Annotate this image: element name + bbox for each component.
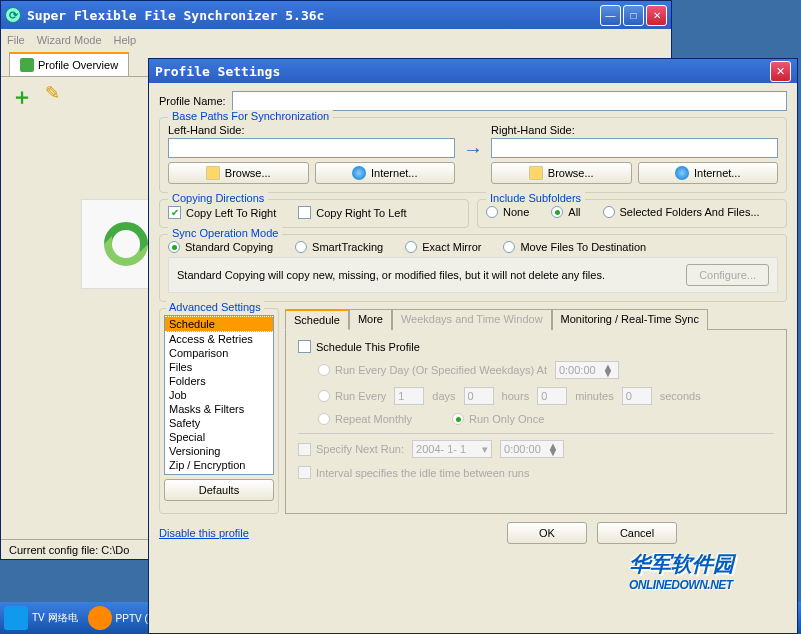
tab-label: Profile Overview bbox=[38, 59, 118, 71]
mode-standard-radio[interactable]: Standard Copying bbox=[168, 241, 273, 253]
app-icon: ⟳ bbox=[5, 7, 21, 23]
adv-item-schedule[interactable]: Schedule bbox=[165, 316, 273, 332]
adv-item-versioning[interactable]: Versioning bbox=[165, 444, 273, 458]
cancel-button[interactable]: Cancel bbox=[597, 522, 677, 544]
adv-item-zip[interactable]: Zip / Encryption bbox=[165, 458, 273, 472]
base-paths-fieldset: Base Paths For Synchronization Left-Hand… bbox=[159, 117, 787, 193]
next-run-time: 0:00:00▲▼ bbox=[500, 440, 564, 458]
menu-help[interactable]: Help bbox=[114, 34, 137, 46]
advanced-legend: Advanced Settings bbox=[166, 301, 264, 313]
right-hand-label: Right-Hand Side: bbox=[491, 124, 778, 136]
mode-move-radio[interactable]: Move Files To Destination bbox=[503, 241, 646, 253]
profile-name-label: Profile Name: bbox=[159, 95, 226, 107]
base-paths-legend: Base Paths For Synchronization bbox=[168, 110, 333, 122]
adv-item-folders[interactable]: Folders bbox=[165, 374, 273, 388]
copying-legend: Copying Directions bbox=[168, 192, 268, 204]
status-text: Current config file: C:\Do bbox=[9, 544, 129, 556]
left-browse-button[interactable]: Browse... bbox=[168, 162, 309, 184]
adv-item-comparison[interactable]: Comparison bbox=[165, 346, 273, 360]
adv-item-special[interactable]: Special bbox=[165, 430, 273, 444]
divider bbox=[298, 433, 774, 434]
include-none-radio[interactable]: None bbox=[486, 206, 529, 218]
defaults-button[interactable]: Defaults bbox=[164, 479, 274, 501]
next-run-date: 2004- 1- 1▾ bbox=[412, 440, 492, 458]
menubar: File Wizard Mode Help bbox=[1, 29, 671, 51]
adv-item-access[interactable]: Access & Retries bbox=[165, 332, 273, 346]
adv-item-info[interactable]: Information bbox=[165, 472, 273, 475]
menu-file[interactable]: File bbox=[7, 34, 25, 46]
globe-icon bbox=[352, 166, 366, 180]
include-subfolders-fieldset: Include Subfolders None All Selected Fol… bbox=[477, 199, 787, 228]
interval-idle-checkbox: Interval specifies the idle time between… bbox=[298, 466, 529, 479]
dialog-close-button[interactable]: ✕ bbox=[770, 61, 791, 82]
left-hand-input[interactable] bbox=[168, 138, 455, 158]
globe-icon bbox=[675, 166, 689, 180]
configure-button: Configure... bbox=[686, 264, 769, 286]
right-hand-input[interactable] bbox=[491, 138, 778, 158]
copying-directions-fieldset: Copying Directions ✔Copy Left To Right C… bbox=[159, 199, 469, 228]
advanced-tabbar: Schedule More Weekdays and Time Window M… bbox=[285, 308, 787, 330]
hours-input bbox=[464, 387, 494, 405]
advanced-list[interactable]: Schedule Access & Retries Comparison Fil… bbox=[164, 315, 274, 475]
include-selected-radio[interactable]: Selected Folders And Files... bbox=[603, 206, 760, 218]
schedule-enable-checkbox[interactable]: Schedule This Profile bbox=[298, 340, 420, 353]
close-button[interactable]: ✕ bbox=[646, 5, 667, 26]
run-once-radio: Run Only Once bbox=[452, 413, 544, 425]
sync-mode-fieldset: Sync Operation Mode Standard Copying Sma… bbox=[159, 234, 787, 302]
mode-smart-radio[interactable]: SmartTracking bbox=[295, 241, 383, 253]
app-title: Super Flexible File Synchronizer 5.36c bbox=[27, 8, 600, 23]
left-internet-button[interactable]: Internet... bbox=[315, 162, 456, 184]
ok-button[interactable]: OK bbox=[507, 522, 587, 544]
profile-settings-dialog: Profile Settings ✕ Profile Name: Base Pa… bbox=[148, 58, 798, 634]
edit-icon[interactable]: ✎ bbox=[45, 82, 67, 104]
dialog-titlebar[interactable]: Profile Settings ✕ bbox=[149, 59, 797, 83]
maximize-button[interactable]: □ bbox=[623, 5, 644, 26]
adv-item-safety[interactable]: Safety bbox=[165, 416, 273, 430]
disable-profile-link[interactable]: Disable this profile bbox=[159, 527, 249, 539]
right-browse-button[interactable]: Browse... bbox=[491, 162, 632, 184]
adv-item-files[interactable]: Files bbox=[165, 360, 273, 374]
mode-exact-radio[interactable]: Exact Mirror bbox=[405, 241, 481, 253]
every-day-time: 0:00:00▲▼ bbox=[555, 361, 619, 379]
folder-icon bbox=[206, 166, 220, 180]
tab-schedule[interactable]: Schedule bbox=[285, 309, 349, 330]
arrow-icon: → bbox=[463, 124, 483, 161]
right-internet-button[interactable]: Internet... bbox=[638, 162, 779, 184]
folder-icon bbox=[529, 166, 543, 180]
adv-item-masks[interactable]: Masks & Filters bbox=[165, 402, 273, 416]
menu-wizard[interactable]: Wizard Mode bbox=[37, 34, 102, 46]
dialog-title: Profile Settings bbox=[155, 64, 770, 79]
minutes-input bbox=[537, 387, 567, 405]
adv-item-job[interactable]: Job bbox=[165, 388, 273, 402]
specify-next-run-checkbox: Specify Next Run: bbox=[298, 443, 404, 456]
copy-rtl-checkbox[interactable]: Copy Right To Left bbox=[298, 206, 406, 219]
add-icon[interactable]: ＋ bbox=[11, 82, 33, 104]
seconds-input bbox=[622, 387, 652, 405]
tab-weekdays[interactable]: Weekdays and Time Window bbox=[392, 309, 552, 330]
days-input bbox=[394, 387, 424, 405]
include-legend: Include Subfolders bbox=[486, 192, 585, 204]
task-label-1: TV 网络电 bbox=[32, 611, 78, 625]
task-icon-1[interactable] bbox=[4, 606, 28, 630]
sync-mode-desc: Standard Copying will copy new, missing,… bbox=[177, 269, 605, 281]
profile-name-input[interactable] bbox=[232, 91, 787, 111]
minimize-button[interactable]: — bbox=[600, 5, 621, 26]
copy-ltr-checkbox[interactable]: ✔Copy Left To Right bbox=[168, 206, 276, 219]
advanced-settings-panel: Advanced Settings Schedule Access & Retr… bbox=[159, 308, 279, 514]
main-titlebar[interactable]: ⟳ Super Flexible File Synchronizer 5.36c… bbox=[1, 1, 671, 29]
run-every-radio: Run Every bbox=[318, 390, 386, 402]
left-hand-label: Left-Hand Side: bbox=[168, 124, 455, 136]
repeat-monthly-radio: Repeat Monthly bbox=[318, 413, 412, 425]
schedule-tab-content: Schedule This Profile Run Every Day (Or … bbox=[285, 330, 787, 514]
include-all-radio[interactable]: All bbox=[551, 206, 580, 218]
sync-mode-legend: Sync Operation Mode bbox=[168, 227, 282, 239]
task-icon-2[interactable] bbox=[88, 606, 112, 630]
tab-monitoring[interactable]: Monitoring / Real-Time Sync bbox=[552, 309, 708, 330]
tab-more[interactable]: More bbox=[349, 309, 392, 330]
run-every-day-radio: Run Every Day (Or Specified Weekdays) At bbox=[318, 364, 547, 376]
tab-profile-overview[interactable]: Profile Overview bbox=[9, 52, 129, 76]
tab-icon bbox=[20, 58, 34, 72]
